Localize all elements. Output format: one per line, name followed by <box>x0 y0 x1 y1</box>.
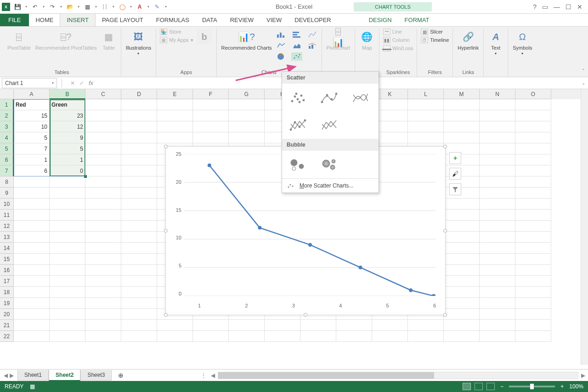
row-header[interactable]: 13 <box>0 232 14 243</box>
tab-format[interactable]: FORMAT <box>398 14 436 26</box>
col-header-m[interactable]: M <box>444 89 480 99</box>
cell[interactable] <box>14 331 50 342</box>
cell[interactable] <box>85 331 121 342</box>
cell[interactable] <box>121 99 157 110</box>
zoom-out-button[interactable]: − <box>500 383 503 390</box>
cell[interactable] <box>515 276 551 287</box>
cell[interactable] <box>480 187 515 199</box>
tab-developer[interactable]: DEVELOPER <box>288 14 337 26</box>
cell[interactable] <box>515 154 551 165</box>
cell[interactable] <box>480 176 515 187</box>
select-all-corner[interactable] <box>0 89 14 99</box>
stock-chart-icon[interactable] <box>307 30 318 39</box>
cell[interactable] <box>444 121 480 132</box>
cell[interactable] <box>85 243 121 254</box>
cell[interactable] <box>14 243 50 254</box>
row-header[interactable]: 3 <box>0 121 14 132</box>
fx-icon[interactable]: fx <box>89 80 93 86</box>
scatter-straight-lines-option[interactable] <box>318 116 340 134</box>
cell[interactable] <box>121 276 157 287</box>
cell[interactable] <box>300 331 336 342</box>
cell[interactable]: 5 <box>50 143 85 154</box>
ribbon-display-icon[interactable]: ▭ <box>542 3 548 11</box>
cell[interactable] <box>515 287 551 298</box>
cell[interactable] <box>444 331 480 342</box>
qat-dotted-icon[interactable]: ┊┊ <box>99 1 110 12</box>
cell[interactable] <box>157 331 193 342</box>
more-scatter-charts-button[interactable]: More Scatter Charts... <box>282 178 379 193</box>
cell[interactable] <box>480 99 515 110</box>
map-button[interactable]: 🌐Map <box>359 28 375 51</box>
row-header[interactable]: 14 <box>0 243 14 254</box>
cell[interactable] <box>444 254 480 265</box>
tab-design[interactable]: DESIGN <box>362 14 398 26</box>
cell[interactable] <box>480 132 515 143</box>
cell[interactable] <box>193 110 229 121</box>
cell[interactable] <box>121 110 157 121</box>
cell[interactable] <box>121 309 157 320</box>
cell[interactable] <box>515 232 551 243</box>
cell[interactable] <box>121 265 157 276</box>
undo-drop-icon[interactable]: ▾ <box>41 1 46 12</box>
cell[interactable] <box>193 320 229 331</box>
close-icon[interactable]: ✕ <box>577 3 582 11</box>
view-normal-button[interactable] <box>463 383 471 390</box>
row-header[interactable]: 17 <box>0 276 14 287</box>
cell[interactable] <box>50 210 85 221</box>
redo-button[interactable]: ↷ <box>47 1 58 12</box>
cell[interactable] <box>14 199 50 210</box>
cell[interactable] <box>14 276 50 287</box>
cell[interactable] <box>85 276 121 287</box>
cell[interactable] <box>444 99 480 110</box>
cell[interactable] <box>121 320 157 331</box>
col-header-f[interactable]: F <box>193 89 229 99</box>
chart-elements-button[interactable]: + <box>449 152 461 164</box>
name-box[interactable]: Chart 1▾ <box>2 78 57 88</box>
cell[interactable] <box>444 320 480 331</box>
row-header[interactable]: 15 <box>0 254 14 265</box>
cell[interactable] <box>193 331 229 342</box>
row-header[interactable]: 9 <box>0 187 14 199</box>
cell[interactable] <box>50 254 85 265</box>
sheet-tab-2[interactable]: Sheet2 <box>49 370 80 381</box>
cell[interactable]: 0 <box>50 165 85 176</box>
cell[interactable] <box>480 110 515 121</box>
row-header[interactable]: 16 <box>0 265 14 276</box>
cell[interactable] <box>85 110 121 121</box>
bing-button[interactable]: b <box>196 28 213 45</box>
cell[interactable] <box>50 221 85 232</box>
cell[interactable] <box>50 298 85 309</box>
cell[interactable] <box>229 110 265 121</box>
save-button[interactable]: 💾 <box>12 1 23 12</box>
cell[interactable] <box>265 331 300 342</box>
cell[interactable]: 5 <box>14 132 50 143</box>
cell[interactable] <box>444 309 480 320</box>
timeline-button[interactable]: ⏱Timeline <box>421 37 449 43</box>
cell[interactable] <box>336 320 372 331</box>
cell[interactable]: 12 <box>50 121 85 132</box>
row-header[interactable]: 19 <box>0 298 14 309</box>
macro-record-icon[interactable]: ▦ <box>30 383 35 390</box>
cell[interactable] <box>480 154 515 165</box>
cell[interactable] <box>157 320 193 331</box>
cell[interactable] <box>408 110 444 121</box>
text-button[interactable]: AText▾ <box>487 28 504 57</box>
cell[interactable] <box>480 331 515 342</box>
cell[interactable] <box>85 132 121 143</box>
cell[interactable] <box>480 243 515 254</box>
cell[interactable] <box>480 287 515 298</box>
hyperlink-button[interactable]: 🔗Hyperlink <box>457 28 480 51</box>
cell[interactable] <box>85 154 121 165</box>
row-header[interactable]: 5 <box>0 143 14 154</box>
row-header[interactable]: 2 <box>0 110 14 121</box>
cell[interactable] <box>14 265 50 276</box>
cell[interactable] <box>121 154 157 165</box>
fill-handle[interactable] <box>84 175 87 178</box>
cell[interactable] <box>408 121 444 132</box>
cell[interactable] <box>85 287 121 298</box>
qat-font-icon[interactable]: A <box>134 1 145 12</box>
cell[interactable] <box>515 221 551 232</box>
scatter-smooth-markers-option[interactable] <box>318 88 340 107</box>
cell[interactable] <box>515 143 551 154</box>
cell[interactable] <box>85 176 121 187</box>
